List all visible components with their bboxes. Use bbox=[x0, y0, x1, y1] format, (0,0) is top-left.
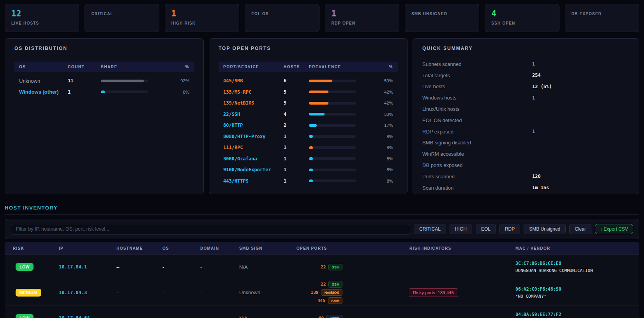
port-row[interactable]: 22/SSH 4 33% bbox=[219, 109, 398, 120]
summary-value: 120 bbox=[532, 174, 630, 179]
filter-eol-button[interactable]: EOL bbox=[476, 224, 496, 234]
host-ip[interactable]: 10.17.84.3 bbox=[59, 290, 116, 295]
port-hosts: 4 bbox=[284, 112, 309, 117]
host-ip[interactable]: 10.17.84.64 bbox=[59, 315, 116, 318]
port-pct: 42% bbox=[374, 101, 393, 105]
port-row[interactable]: 443/HTTPS 1 8% bbox=[219, 176, 398, 187]
port-service: 139/NetBIOS bbox=[223, 100, 284, 106]
host-hostname: – bbox=[116, 290, 162, 295]
port-row[interactable]: 3000/Grafana 1 8% bbox=[219, 153, 398, 165]
os-row[interactable]: Windows (other) 1 8% bbox=[14, 87, 194, 98]
port-hosts: 1 bbox=[284, 167, 309, 172]
filter-rdp-button[interactable]: RDP bbox=[499, 224, 520, 234]
stat-card-critical: CRITICAL bbox=[85, 4, 159, 32]
port-row[interactable]: 9100/NodeExporter 1 8% bbox=[219, 164, 398, 176]
filter-bar: CRITICAL HIGH EOL RDP SMB Unsigned Clear… bbox=[5, 219, 639, 239]
filter-clear-button[interactable]: Clear bbox=[569, 224, 591, 234]
port-pct: 8% bbox=[374, 134, 393, 139]
port-number: 22 bbox=[296, 265, 326, 270]
host-mac-vendor: 3C:C7:86:D6:CE:E8 DONGGUAN HUARONG COMMU… bbox=[515, 261, 631, 273]
summary-row: Live hosts 12 (5%) bbox=[422, 81, 630, 92]
summary-label: SMB signing disabled bbox=[422, 140, 532, 146]
port-service-badge: SSH bbox=[328, 281, 342, 288]
prevalence-bar bbox=[309, 80, 356, 82]
prevalence-bar-fill bbox=[309, 146, 313, 149]
mac-address: 06:A2:C0:F6:48:90 bbox=[515, 286, 631, 292]
port-row[interactable]: 445/SMB 6 50% bbox=[219, 75, 398, 87]
stat-card-live-hosts: 12 LIVE HOSTS bbox=[5, 4, 79, 32]
port-row[interactable]: 111/RPC 1 8% bbox=[219, 142, 398, 153]
stat-value: 1 bbox=[332, 9, 393, 18]
summary-label: Linux/Unix hosts bbox=[422, 106, 532, 112]
summary-label: EOL OS detected bbox=[422, 117, 532, 123]
port-hosts: 6 bbox=[284, 78, 309, 83]
prevalence-bar-fill bbox=[309, 124, 317, 127]
host-os: - bbox=[162, 290, 200, 295]
stat-card-rdp-open: 1 RDP OPEN bbox=[325, 4, 399, 32]
host-ip[interactable]: 10.17.84.1 bbox=[59, 264, 116, 270]
summary-value: 1m 15s bbox=[532, 185, 630, 190]
os-name: Unknown bbox=[19, 78, 68, 84]
os-row[interactable]: Unknown 11 92% bbox=[14, 75, 194, 87]
host-domain: - bbox=[200, 264, 239, 270]
host-inventory-table: RISK IP HOSTNAME OS DOMAIN SMB SIGN OPEN… bbox=[5, 242, 639, 318]
host-row[interactable]: LOW 10.17.84.64 – - - N/A 80 HTTP 84:BA:… bbox=[5, 306, 639, 318]
summary-row: Linux/Unix hosts bbox=[422, 103, 630, 115]
filter-critical-button[interactable]: CRITICAL bbox=[414, 224, 446, 234]
col-header-count: COUNT bbox=[68, 65, 101, 69]
mac-address: 84:BA:59:EE:77:F2 bbox=[515, 312, 631, 317]
col-header-os: OS bbox=[19, 65, 68, 69]
summary-row: SMB signing disabled bbox=[422, 137, 630, 149]
stat-card-smb-unsigned: SMB UNSIGNED bbox=[405, 4, 479, 32]
port-service-badge: SSH bbox=[328, 264, 342, 270]
prevalence-bar-fill bbox=[309, 102, 328, 105]
col-header-hostname: HOSTNAME bbox=[116, 246, 162, 250]
filter-high-button[interactable]: HIGH bbox=[450, 224, 472, 234]
port-pct: 42% bbox=[374, 90, 393, 94]
host-inventory-title: HOST INVENTORY bbox=[5, 205, 639, 211]
summary-row: WinRM accessible bbox=[422, 148, 630, 160]
prevalence-bar bbox=[309, 124, 356, 127]
summary-row: RDP exposed 1 bbox=[422, 126, 630, 137]
col-header-risk-indicators: RISK INDICATORS bbox=[409, 246, 515, 250]
port-row[interactable]: 8080/HTTP-Proxy 1 8% bbox=[219, 131, 398, 142]
export-csv-button[interactable]: ↓ Export CSV bbox=[595, 224, 633, 234]
summary-label: Windows hosts bbox=[422, 95, 532, 101]
host-row[interactable]: MEDIUM 10.17.84.3 – - - Unknown 22 SSH 1… bbox=[5, 279, 639, 306]
filter-smb-unsigned-button[interactable]: SMB Unsigned bbox=[524, 224, 566, 234]
port-entry: 80 HTTP bbox=[296, 315, 342, 318]
prevalence-bar bbox=[309, 113, 356, 115]
port-service-badge: SMB bbox=[328, 297, 342, 304]
stat-value: 12 bbox=[11, 9, 72, 18]
port-row[interactable]: 80/HTTP 2 17% bbox=[219, 120, 398, 131]
host-smb-sign: Unknown bbox=[239, 290, 279, 295]
prevalence-bar bbox=[309, 102, 356, 105]
port-row[interactable]: 135/MS-RPC 5 42% bbox=[219, 87, 398, 98]
port-service: 80/HTTP bbox=[223, 123, 284, 128]
port-service-badge: HTTP bbox=[326, 315, 342, 318]
summary-label: DB ports exposed bbox=[422, 162, 532, 168]
stat-label: SMB UNSIGNED bbox=[411, 12, 473, 16]
stat-label: EOL OS bbox=[251, 12, 312, 16]
port-pct: 8% bbox=[374, 156, 393, 161]
host-risk-indicators: Risky ports: 139,445 bbox=[409, 288, 515, 297]
col-header-domain: DOMAIN bbox=[200, 246, 239, 250]
summary-label: Total targets bbox=[422, 73, 532, 78]
stat-card-eol-os: EOL OS bbox=[245, 4, 319, 32]
col-header-share: SHARE bbox=[101, 65, 168, 69]
panel-title: OS DISTRIBUTION bbox=[14, 46, 194, 56]
col-header-port-service: PORT/SERVICE bbox=[223, 65, 284, 69]
host-mac-vendor: 06:A2:C0:F6:48:90 *NO COMPANY* bbox=[515, 286, 631, 299]
summary-label: Live hosts bbox=[422, 83, 532, 89]
col-header-mac-vendor: MAC / VENDOR bbox=[515, 246, 631, 250]
port-hosts: 1 bbox=[284, 134, 309, 139]
stat-card-db-exposed: DB EXPOSED bbox=[565, 4, 639, 32]
filter-input[interactable] bbox=[11, 224, 410, 235]
port-row[interactable]: 139/NetBIOS 5 42% bbox=[219, 98, 398, 109]
prevalence-bar bbox=[309, 169, 356, 171]
prevalence-bar bbox=[309, 135, 356, 138]
prevalence-bar-fill bbox=[309, 157, 313, 160]
port-service: 22/SSH bbox=[223, 112, 284, 117]
port-number: 80 bbox=[296, 316, 324, 318]
host-row[interactable]: LOW 10.17.84.1 – - - N/A 22 SSH 3C:C7:86… bbox=[5, 254, 639, 279]
